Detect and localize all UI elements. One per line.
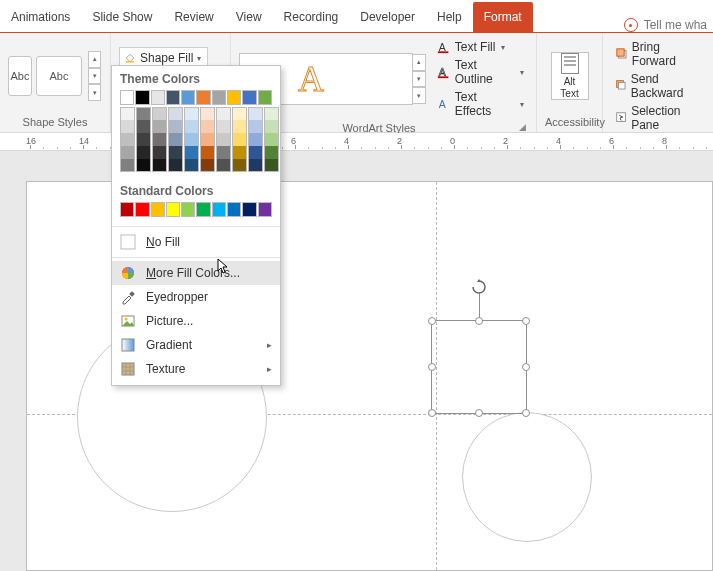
more-fill-colors-item[interactable]: More Fill Colors... (112, 261, 280, 285)
alt-text-button[interactable]: Alt Text (551, 52, 589, 100)
resize-handle[interactable] (428, 363, 436, 371)
color-swatch[interactable] (120, 120, 135, 133)
color-swatch[interactable] (136, 120, 151, 133)
shape-style-swatch[interactable]: Abc (36, 56, 82, 96)
color-swatch[interactable] (248, 107, 263, 120)
color-swatch[interactable] (200, 107, 215, 120)
color-swatch[interactable] (152, 107, 167, 120)
color-swatch[interactable] (135, 90, 149, 105)
selection-pane-button[interactable]: Selection Pane (611, 103, 705, 133)
tab-recording[interactable]: Recording (273, 2, 350, 32)
color-swatch[interactable] (136, 107, 151, 120)
color-swatch[interactable] (264, 107, 279, 120)
color-swatch[interactable] (136, 159, 151, 172)
color-swatch[interactable] (168, 146, 183, 159)
color-swatch[interactable] (212, 90, 226, 105)
color-swatch[interactable] (181, 202, 195, 217)
color-swatch[interactable] (232, 107, 247, 120)
bring-forward-button[interactable]: Bring Forward (611, 39, 705, 69)
color-swatch[interactable] (242, 202, 256, 217)
color-swatch[interactable] (120, 159, 135, 172)
color-swatch[interactable] (242, 90, 256, 105)
text-outline-button[interactable]: A Text Outline ▾ (433, 57, 528, 87)
color-swatch[interactable] (136, 146, 151, 159)
color-swatch[interactable] (166, 202, 180, 217)
rotation-handle[interactable] (471, 279, 487, 295)
color-swatch[interactable] (232, 146, 247, 159)
text-fill-button[interactable]: A Text Fill ▾ (433, 39, 528, 55)
texture-item[interactable]: Texture ▸ (112, 357, 280, 381)
color-swatch[interactable] (264, 133, 279, 146)
tab-review[interactable]: Review (163, 2, 224, 32)
shape-circle-partial[interactable] (462, 412, 592, 542)
color-swatch[interactable] (212, 202, 226, 217)
eyedropper-item[interactable]: Eyedropper (112, 285, 280, 309)
color-swatch[interactable] (184, 133, 199, 146)
color-swatch[interactable] (216, 120, 231, 133)
color-swatch[interactable] (196, 202, 210, 217)
color-swatch[interactable] (166, 90, 180, 105)
color-swatch[interactable] (168, 159, 183, 172)
wordart-more-button[interactable]: ▾ (412, 87, 426, 104)
color-swatch[interactable] (248, 133, 263, 146)
color-swatch[interactable] (200, 146, 215, 159)
color-swatch[interactable] (120, 202, 134, 217)
color-swatch[interactable] (232, 159, 247, 172)
resize-handle[interactable] (475, 409, 483, 417)
color-swatch[interactable] (152, 159, 167, 172)
color-swatch[interactable] (258, 90, 272, 105)
dialog-launcher-icon[interactable]: ◢ (519, 122, 526, 132)
gallery-up-button[interactable]: ▴ (88, 51, 101, 68)
color-swatch[interactable] (184, 146, 199, 159)
shape-style-gallery[interactable]: Abc Abc ▴ ▾ ▾ (8, 51, 101, 101)
color-swatch[interactable] (151, 202, 165, 217)
color-swatch[interactable] (200, 133, 215, 146)
tab-help[interactable]: Help (426, 2, 473, 32)
gradient-item[interactable]: Gradient ▸ (112, 333, 280, 357)
color-swatch[interactable] (258, 202, 272, 217)
tab-developer[interactable]: Developer (349, 2, 426, 32)
gallery-down-button[interactable]: ▾ (88, 68, 101, 85)
color-swatch[interactable] (216, 146, 231, 159)
selection-rectangle[interactable] (431, 320, 527, 414)
color-swatch[interactable] (232, 133, 247, 146)
color-swatch[interactable] (216, 133, 231, 146)
color-swatch[interactable] (248, 146, 263, 159)
color-swatch[interactable] (196, 90, 210, 105)
no-fill-item[interactable]: No Fill (112, 230, 280, 254)
color-swatch[interactable] (181, 90, 195, 105)
color-swatch[interactable] (216, 159, 231, 172)
color-swatch[interactable] (264, 159, 279, 172)
send-backward-button[interactable]: Send Backward (611, 71, 705, 101)
color-swatch[interactable] (168, 107, 183, 120)
color-swatch[interactable] (152, 146, 167, 159)
resize-handle[interactable] (475, 317, 483, 325)
tab-format[interactable]: Format (473, 2, 533, 32)
tab-view[interactable]: View (225, 2, 273, 32)
resize-handle[interactable] (522, 363, 530, 371)
wordart-down-button[interactable]: ▾ (412, 71, 426, 88)
resize-handle[interactable] (522, 409, 530, 417)
color-swatch[interactable] (120, 107, 135, 120)
color-swatch[interactable] (152, 133, 167, 146)
color-swatch[interactable] (120, 133, 135, 146)
color-swatch[interactable] (264, 146, 279, 159)
color-swatch[interactable] (200, 120, 215, 133)
resize-handle[interactable] (522, 317, 530, 325)
color-swatch[interactable] (248, 159, 263, 172)
color-swatch[interactable] (264, 120, 279, 133)
color-swatch[interactable] (136, 133, 151, 146)
color-swatch[interactable] (184, 120, 199, 133)
resize-handle[interactable] (428, 409, 436, 417)
resize-handle[interactable] (428, 317, 436, 325)
wordart-up-button[interactable]: ▴ (412, 54, 426, 71)
color-swatch[interactable] (184, 107, 199, 120)
color-swatch[interactable] (135, 202, 149, 217)
color-swatch[interactable] (248, 120, 263, 133)
color-swatch[interactable] (120, 146, 135, 159)
text-effects-button[interactable]: A Text Effects ▾ (433, 89, 528, 119)
tab-slideshow[interactable]: Slide Show (81, 2, 163, 32)
gallery-more-button[interactable]: ▾ (88, 84, 101, 101)
color-swatch[interactable] (184, 159, 199, 172)
tell-me-search[interactable]: Tell me wha (624, 18, 713, 32)
